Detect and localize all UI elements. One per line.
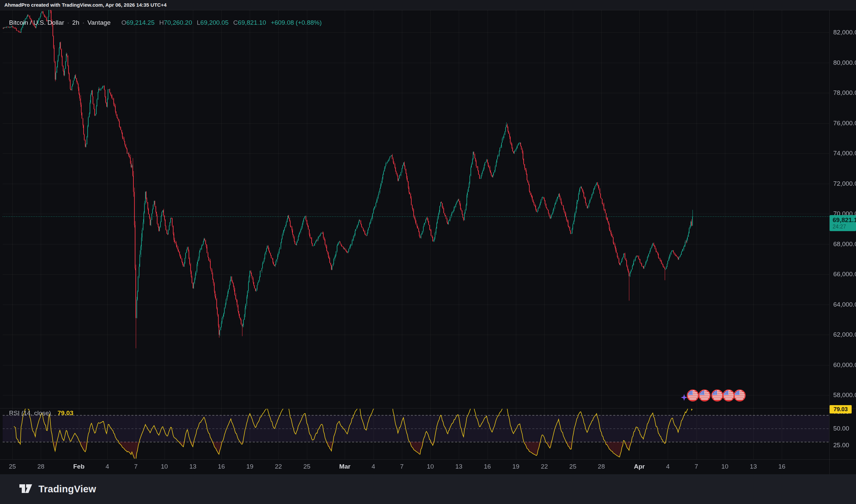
- time-axis-label: 25: [9, 463, 16, 470]
- rsi-value-badge: 79.03: [829, 405, 852, 413]
- tradingview-logo-text: TradingView: [38, 484, 96, 494]
- ohlc-high: H70,260.20: [159, 19, 192, 26]
- time-axis-label: 7: [400, 463, 404, 470]
- time-axis-label: 22: [275, 463, 282, 470]
- symbol-interval[interactable]: 2h: [72, 19, 79, 26]
- tradingview-chart-window: AhmadPro created with TradingView.com, A…: [0, 0, 856, 504]
- time-axis-label: 25: [569, 463, 577, 470]
- ohlc-low: L69,200.05: [197, 19, 229, 26]
- us-flag-event-icon[interactable]: [711, 390, 723, 401]
- time-axis-label: 28: [598, 463, 605, 470]
- rsi-legend[interactable]: RSI (14, close) 79.03: [9, 410, 73, 417]
- time-axis-label: Feb: [73, 463, 85, 470]
- time-axis-label: 13: [750, 463, 757, 470]
- sparkle-event-icon[interactable]: [681, 394, 687, 401]
- time-axis-label: 10: [721, 463, 728, 470]
- footer-bar: TradingView: [0, 474, 856, 504]
- price-axis-label: 72,000.00: [833, 180, 856, 187]
- time-axis-label: 22: [541, 463, 548, 470]
- price-axis-label: 64,000.00: [833, 301, 856, 308]
- tradingview-logo-icon: [19, 482, 34, 497]
- us-flag-event-icon[interactable]: [687, 390, 699, 401]
- time-axis-label: 16: [218, 463, 225, 470]
- time-axis-label: 10: [161, 463, 168, 470]
- time-axis-label: 4: [106, 463, 109, 470]
- legend-separator: ·: [67, 19, 69, 26]
- time-axis-label: 16: [778, 463, 785, 470]
- rsi-current-value: 79.03: [57, 410, 73, 416]
- time-axis-label: 4: [372, 463, 375, 470]
- last-price-label: 69,821.10 24:27: [829, 215, 856, 231]
- price-chart-canvas[interactable]: [0, 0, 856, 504]
- symbol-title[interactable]: Bitcoin / U.S. Dollar: [9, 19, 64, 26]
- time-axis-label: 10: [427, 463, 434, 470]
- time-axis-label: 16: [484, 463, 491, 470]
- time-axis-label: 13: [189, 463, 196, 470]
- time-axis-label: 13: [456, 463, 462, 470]
- last-price-value: 69,821.10: [833, 216, 856, 223]
- price-axis-label: 68,000.00: [833, 240, 856, 248]
- rsi-axis-label: 50.00: [833, 425, 849, 432]
- ohlc-close: C69,821.10: [234, 19, 266, 26]
- time-axis-label: 19: [246, 463, 254, 470]
- price-axis-label: 58,000.00: [833, 392, 856, 399]
- rsi-params: (14, close): [21, 410, 51, 416]
- rsi-title[interactable]: RSI: [9, 410, 20, 416]
- price-axis-label: 82,000.00: [833, 29, 856, 36]
- tradingview-logo[interactable]: TradingView: [19, 482, 96, 497]
- time-axis-label: 4: [666, 463, 670, 470]
- candle-countdown: 24:27: [833, 223, 856, 230]
- snapshot-attribution-bar: AhmadPro created with TradingView.com, A…: [0, 0, 856, 10]
- time-axis-label: 19: [512, 463, 519, 470]
- time-axis-label: 7: [134, 463, 138, 470]
- price-axis-label: 78,000.00: [833, 89, 856, 96]
- price-axis-label: 74,000.00: [833, 150, 856, 157]
- price-change: +609.08 (+0.88%): [271, 19, 322, 26]
- ohlc-open: O69,214.25: [121, 19, 154, 26]
- us-flag-event-icon[interactable]: [699, 390, 711, 401]
- price-axis-label: 62,000.00: [833, 331, 856, 338]
- symbol-exchange: Vantage: [88, 19, 111, 26]
- symbol-legend[interactable]: Bitcoin / U.S. Dollar · 2h · Vantage O69…: [9, 19, 322, 26]
- us-flag-event-icon[interactable]: [723, 390, 735, 401]
- price-axis-label: 80,000.00: [833, 59, 856, 67]
- rsi-axis-label: 25.00: [833, 442, 849, 449]
- us-flag-event-icon[interactable]: [734, 390, 746, 401]
- time-axis-label: 7: [695, 463, 698, 470]
- legend-separator: ·: [82, 19, 84, 26]
- price-axis-label: 76,000.00: [833, 120, 856, 127]
- time-axis-label: 28: [37, 463, 45, 470]
- time-axis-label: Apr: [634, 463, 645, 470]
- time-axis-label: Mar: [339, 463, 350, 470]
- attribution-text: AhmadPro created with TradingView.com, A…: [4, 2, 167, 8]
- price-axis-label: 66,000.00: [833, 271, 856, 278]
- price-axis-label: 60,000.00: [833, 361, 856, 369]
- time-axis-label: 25: [303, 463, 310, 470]
